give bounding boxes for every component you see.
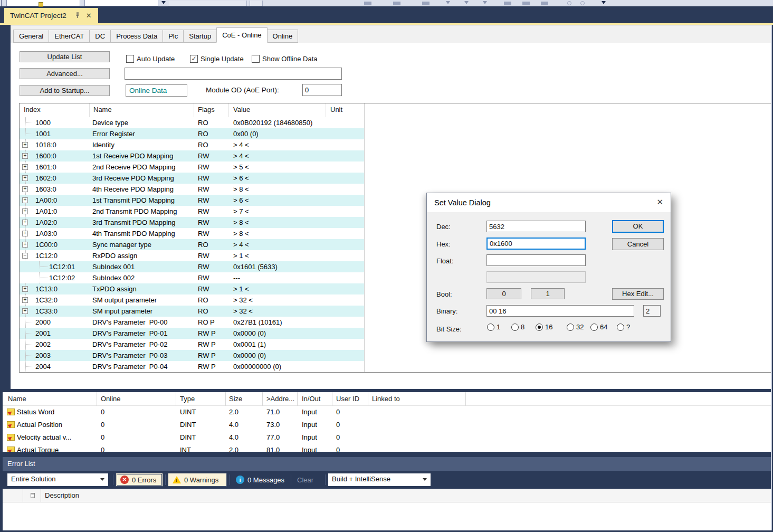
- add-to-startup-button[interactable]: Add to Startup...: [20, 85, 110, 96]
- tree-expand-icon[interactable]: +: [22, 197, 28, 203]
- column-divider[interactable]: [89, 103, 90, 117]
- table-row[interactable]: +1A01:02nd Transmit PDO MappingRW> 7 <: [20, 206, 364, 217]
- toolbar-combobox[interactable]: [6, 0, 80, 6]
- table-row[interactable]: +1A02:03rd Transmit PDO MappingRW> 8 <: [20, 217, 364, 228]
- table-row[interactable]: 2004DRV's Parameter P0-04RW P0x00000000 …: [20, 361, 364, 372]
- cancel-button[interactable]: Cancel: [612, 238, 664, 250]
- column-divider[interactable]: [41, 489, 41, 502]
- table-row[interactable]: +1603:04th Receive PDO MappingRW> 8 <: [20, 184, 364, 195]
- document-tab[interactable]: TwinCAT Project2 ✕: [4, 8, 98, 23]
- tree-expand-icon[interactable]: +: [22, 231, 28, 236]
- toolbar-button[interactable]: [250, 1, 263, 6]
- bitsize-radio-unknown[interactable]: ?: [617, 323, 630, 331]
- column-header-name[interactable]: Name: [93, 106, 112, 113]
- column-header-size[interactable]: Size: [229, 395, 242, 403]
- toolbar-icon[interactable]: [580, 1, 585, 5]
- checkbox-box[interactable]: ✓: [190, 55, 198, 63]
- variable-row[interactable]: Status Word0UINT2.071.0Input0: [3, 406, 771, 419]
- column-header-unit[interactable]: Unit: [330, 106, 342, 113]
- hex-input[interactable]: [486, 238, 586, 250]
- tree-expand-icon[interactable]: +: [22, 208, 28, 214]
- table-row[interactable]: 1001Error RegisterRO0x00 (0): [20, 128, 364, 139]
- dialog-close-icon[interactable]: ✕: [656, 198, 663, 206]
- tab-dc[interactable]: DC: [89, 30, 111, 43]
- column-header-name[interactable]: Name: [8, 395, 26, 403]
- radio-icon[interactable]: [590, 324, 598, 331]
- radio-icon[interactable]: [567, 324, 574, 331]
- dropdown-arrow-icon[interactable]: [483, 1, 487, 4]
- column-divider[interactable]: [326, 103, 326, 117]
- binary-input[interactable]: [486, 305, 634, 317]
- toolbar-icon[interactable]: [364, 2, 371, 5]
- column-divider[interactable]: [23, 489, 23, 502]
- table-row[interactable]: +1C00:0Sync manager typeRO> 4 <: [20, 239, 364, 250]
- radio-icon[interactable]: [511, 324, 519, 331]
- table-row[interactable]: +1601:02nd Receive PDO MappingRW> 5 <: [20, 162, 364, 173]
- column-divider[interactable]: [194, 103, 194, 117]
- hex-edit-button[interactable]: Hex Edit...: [612, 288, 664, 300]
- module-od-input[interactable]: [302, 84, 342, 96]
- tree-expand-icon[interactable]: +: [22, 164, 28, 170]
- column-header-inout[interactable]: In/Out: [302, 395, 320, 403]
- table-row[interactable]: +1018:0IdentityRO> 4 <: [20, 139, 364, 150]
- table-row[interactable]: 1C12:01SubIndex 001RW0x1601 (5633): [20, 261, 364, 272]
- dialog-titlebar[interactable]: Set Value Dialog ✕: [427, 193, 671, 212]
- table-row[interactable]: +1A03:04th Transmit PDO MappingRW> 8 <: [20, 228, 364, 239]
- column-header-userid[interactable]: User ID: [336, 395, 359, 403]
- bitsize-radio-8[interactable]: 8: [511, 323, 524, 331]
- column-header-description[interactable]: Description: [45, 491, 79, 499]
- column-header-linkedto[interactable]: Linked to: [372, 395, 400, 403]
- coe-filter-input[interactable]: [125, 68, 342, 80]
- column-divider[interactable]: [262, 392, 263, 406]
- tab-plc[interactable]: Plc: [163, 30, 184, 43]
- bitsize-radio-1[interactable]: 1: [487, 323, 500, 331]
- errors-filter-button[interactable]: ✕ 0 Errors: [116, 473, 163, 487]
- bool-1-button[interactable]: 1: [531, 288, 565, 299]
- table-row[interactable]: −1C12:0RxPDO assignRW> 1 <: [20, 250, 364, 261]
- table-row[interactable]: +1602:03rd Receive PDO MappingRW> 6 <: [20, 173, 364, 184]
- warnings-filter-button[interactable]: ! 0 Warnings: [168, 473, 227, 487]
- toolbar-icon[interactable]: [541, 2, 548, 5]
- checkbox-box[interactable]: [126, 55, 134, 63]
- dropdown-arrow-icon[interactable]: [464, 1, 469, 4]
- column-header-value[interactable]: Value: [233, 106, 250, 113]
- float-input[interactable]: [486, 254, 586, 266]
- dec-input[interactable]: [486, 221, 586, 232]
- toolbar-icon[interactable]: [422, 2, 430, 5]
- table-row[interactable]: +1A00:01st Transmit PDO MappingRW> 6 <: [20, 195, 364, 206]
- toolbar-icon[interactable]: [393, 2, 400, 5]
- column-header-address[interactable]: >Addre...: [266, 395, 294, 403]
- tree-expand-icon[interactable]: +: [22, 308, 28, 314]
- table-row[interactable]: 1C12:02SubIndex 002RW---: [20, 272, 364, 283]
- bitsize-radio-16[interactable]: 16: [536, 323, 552, 331]
- table-row[interactable]: 2002DRV's Parameter P0-02RW P0x0001 (1): [20, 339, 364, 350]
- column-divider[interactable]: [225, 392, 226, 406]
- bool-0-button[interactable]: 0: [486, 288, 521, 299]
- messages-filter-button[interactable]: i 0 Messages: [233, 473, 288, 487]
- tree-expand-icon[interactable]: +: [22, 242, 28, 248]
- update-list-button[interactable]: Update List: [20, 51, 110, 62]
- column-divider[interactable]: [228, 103, 229, 117]
- variable-row[interactable]: Actual Torque0INT2.081.0Input0: [3, 444, 771, 452]
- tree-expand-icon[interactable]: +: [22, 186, 28, 192]
- toolbar-combobox[interactable]: [84, 0, 158, 6]
- column-divider[interactable]: [332, 392, 332, 406]
- tree-expand-icon[interactable]: +: [22, 297, 28, 303]
- advanced-button[interactable]: Advanced...: [20, 68, 110, 79]
- tree-expand-icon[interactable]: +: [22, 286, 28, 292]
- column-header-type[interactable]: Type: [180, 395, 195, 403]
- toolbar-icon[interactable]: [522, 2, 530, 5]
- scope-selector[interactable]: Entire Solution: [7, 473, 108, 486]
- ok-button[interactable]: OK: [612, 220, 664, 233]
- tab-coe-online[interactable]: CoE - Online: [216, 27, 267, 43]
- variable-row[interactable]: Velocity actual v...0DINT4.077.0Input0: [3, 431, 771, 444]
- table-row[interactable]: +1C32:0SM output parameterRO> 32 <: [20, 294, 364, 306]
- column-divider[interactable]: [465, 392, 466, 406]
- radio-icon[interactable]: [617, 324, 624, 331]
- toolbar-searchbox[interactable]: [168, 1, 247, 6]
- column-divider[interactable]: [97, 392, 97, 406]
- tree-expand-icon[interactable]: +: [22, 220, 28, 225]
- tab-general[interactable]: General: [13, 30, 49, 43]
- table-row[interactable]: +1C33:0SM input parameterRO> 32 <: [20, 306, 364, 317]
- dropdown-arrow-icon[interactable]: [161, 1, 166, 4]
